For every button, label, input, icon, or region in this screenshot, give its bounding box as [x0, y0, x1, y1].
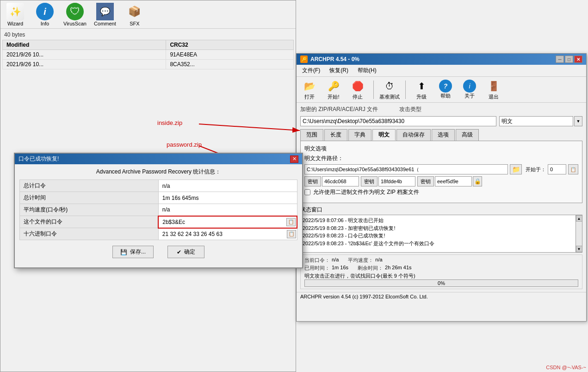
- status-scrollbar: ▲ ▼: [576, 215, 582, 252]
- wizard-label: Wizard: [7, 21, 23, 26]
- start-from-label: 开始于：: [526, 166, 546, 173]
- tab-advanced[interactable]: 高级: [456, 129, 479, 141]
- about-label: 关于: [464, 93, 475, 99]
- elapsed-stat: 已用时间： 1m 16s: [304, 265, 348, 272]
- menu-file[interactable]: 文件(F): [298, 66, 324, 75]
- table-row: 2021/9/26 10...8CA352...: [3, 60, 294, 69]
- winrar-toolbar: ✨ Wizard i Info 🛡 VirusScan 💬 Comment 📦: [0, 0, 296, 29]
- log-line: 2022/5/19 8:07:06 - 明文攻击已开始: [303, 217, 573, 224]
- encrypted-label: 加密的 ZIP/RAR/ACE/ARJ 文件: [300, 105, 378, 113]
- avg-speed-stat: 平均速度： n/a: [348, 257, 382, 264]
- winrar-content: 40 bytes Modified CRC32 2021/9/26 10...9…: [0, 29, 296, 71]
- attack-type-input[interactable]: [499, 116, 573, 126]
- virusscan-button[interactable]: 🛡 VirusScan: [63, 2, 87, 26]
- pt-browse-button[interactable]: 📁: [510, 164, 522, 174]
- title-left: 🔑 ARCHPR 4.54 - 0%: [300, 56, 359, 63]
- archpr-title: ARCHPR 4.54 - 0%: [310, 56, 359, 62]
- archpr-body: 加密的 ZIP/RAR/ACE/ARJ 文件 攻击类型 ▼ 范围 长度 字典 明…: [297, 103, 586, 292]
- key2-label: 密钥: [361, 176, 378, 186]
- inside-zip-label: inside.zip: [157, 119, 182, 126]
- upgrade-icon: ⬆: [414, 79, 429, 93]
- tab-range[interactable]: 范围: [300, 129, 323, 141]
- minimize-button[interactable]: ─: [556, 56, 564, 63]
- info-icon: i: [36, 2, 54, 21]
- ok-label: 确定: [184, 248, 195, 256]
- status-label: 状态窗口: [300, 206, 582, 214]
- key1-field: 密钥 46cdc068: [304, 176, 359, 186]
- start-label: 开始!: [328, 93, 339, 100]
- save-button[interactable]: 💾 保存...: [112, 246, 154, 258]
- pt-path-input[interactable]: [304, 164, 508, 174]
- upgrade-button[interactable]: ⬆ 升级: [411, 79, 432, 100]
- open-button[interactable]: 📂 打开: [299, 79, 320, 100]
- archpr-toolbar: 📂 打开 🔑 开始! 🛑 停止 ⏱ 基准测试 ⬆ 升级 ? 帮助 i 关于: [297, 77, 586, 103]
- upgrade-label: 升级: [416, 93, 427, 100]
- status-log-content: 2022/5/19 8:07:06 - 明文攻击已开始2022/5/19 8:0…: [303, 217, 580, 247]
- log-line: 2022/5/19 8:08:23 - '!2b$3&Ec' 是这个文件的一个有…: [303, 240, 573, 248]
- avg-speed-key: 平均速度：: [348, 257, 373, 264]
- benchmark-label: 基准测试: [379, 93, 400, 100]
- virusscan-label: VirusScan: [63, 21, 87, 26]
- archpr-titlebar: 🔑 ARCHPR 4.54 - 0% ─ □ ✕: [297, 54, 586, 65]
- binary-checkbox[interactable]: [304, 189, 310, 195]
- copy-path-button[interactable]: 📋: [568, 164, 578, 174]
- comment-button[interactable]: 💬 Comment: [94, 2, 116, 26]
- ok-button[interactable]: ✔ 确定: [167, 246, 204, 258]
- status-section: 状态窗口 2022/5/19 8:07:06 - 明文攻击已开始2022/5/1…: [300, 206, 582, 253]
- key3-label: 密钥: [417, 176, 434, 186]
- virusscan-icon: 🛡: [66, 2, 84, 21]
- menu-recover[interactable]: 恢复(R): [326, 66, 352, 75]
- key1-label: 密钥: [304, 176, 321, 186]
- tab-options[interactable]: 选项: [432, 129, 455, 141]
- help-label: 帮助: [440, 93, 451, 99]
- tab-plaintext[interactable]: 明文: [372, 129, 396, 141]
- pwd-table-row: 十六进制口令21 32 62 24 33 26 45 63📋: [20, 228, 297, 240]
- binary-checkbox-row: 允许使用二进制文件作为明文 ZIP 档案文件: [304, 188, 578, 196]
- attack-type-label: 攻击类型: [399, 105, 421, 113]
- elapsed-val: 1m 16s: [332, 265, 348, 272]
- benchmark-button[interactable]: ⏱ 基准测试: [379, 79, 400, 100]
- status-log: 2022/5/19 8:07:06 - 明文攻击已开始2022/5/19 8:0…: [300, 215, 582, 253]
- pt-path-label: 明文文件路径：: [304, 155, 578, 162]
- maximize-button[interactable]: □: [565, 56, 573, 63]
- open-icon: 📂: [302, 79, 317, 93]
- tab-length[interactable]: 长度: [324, 129, 347, 141]
- sfx-button[interactable]: 📦 SFX: [124, 2, 146, 26]
- copy-button[interactable]: 📋: [286, 218, 296, 226]
- start-from-input[interactable]: [548, 164, 566, 174]
- comment-label: Comment: [94, 21, 116, 26]
- about-button[interactable]: i 关于: [459, 80, 480, 99]
- archpr-footer: ARCHPR version 4.54 (c) 1997-2012 ElcomS…: [297, 292, 586, 301]
- pwd-close-button[interactable]: ✕: [290, 155, 298, 163]
- key3-lock-button[interactable]: 🔒: [473, 176, 482, 186]
- help-button[interactable]: ? 帮助: [435, 80, 456, 99]
- current-pwd-key: 当前口令：: [304, 257, 330, 264]
- close-button[interactable]: ✕: [574, 56, 582, 63]
- progress-label: 0%: [305, 280, 578, 286]
- attack-type-dropdown-arrow[interactable]: ▼: [574, 116, 582, 126]
- encrypted-path-input[interactable]: [300, 116, 496, 126]
- keys-row: 密钥 46cdc068 密钥 18fdde4b 密钥 eeef5d9e 🔒: [304, 176, 578, 186]
- archpr-app-icon: 🔑: [300, 56, 308, 63]
- key2-value: 18fdde4b: [378, 176, 415, 186]
- exit-button[interactable]: 🚪 退出: [483, 79, 504, 100]
- stats-row-2: 已用时间： 1m 16s 剩余时间： 2h 26m 41s: [304, 265, 578, 272]
- csdn-watermark: CSDN @~-VAS-~: [546, 365, 586, 370]
- menu-help[interactable]: 帮助(H): [354, 66, 380, 75]
- col-crc32: CRC32: [166, 40, 294, 50]
- stop-button[interactable]: 🛑 停止: [347, 79, 368, 100]
- scroll-down-button[interactable]: ▼: [576, 246, 582, 252]
- progress-info: 明文攻击正在进行，尝试找回口令(最长 9 个符号): [304, 273, 578, 279]
- scroll-up-button[interactable]: ▲: [576, 215, 582, 222]
- tab-autosave[interactable]: 自动保存: [396, 129, 431, 141]
- remaining-stat: 剩余时间： 2h 26m 41s: [358, 265, 411, 272]
- wizard-button[interactable]: ✨ Wizard: [4, 2, 26, 26]
- info-button[interactable]: i Info: [34, 2, 56, 26]
- encrypted-file-row: 加密的 ZIP/RAR/ACE/ARJ 文件 攻击类型: [300, 105, 582, 113]
- start-button[interactable]: 🔑 开始!: [323, 79, 344, 100]
- pwd-table-row: 总计时间1m 16s 645ms: [20, 192, 297, 204]
- tab-dictionary[interactable]: 字典: [348, 129, 371, 141]
- remaining-val: 2h 26m 41s: [385, 265, 411, 272]
- tabs-bar: 范围 长度 字典 明文 自动保存 选项 高级: [300, 129, 582, 141]
- copy-button[interactable]: 📋: [287, 230, 296, 238]
